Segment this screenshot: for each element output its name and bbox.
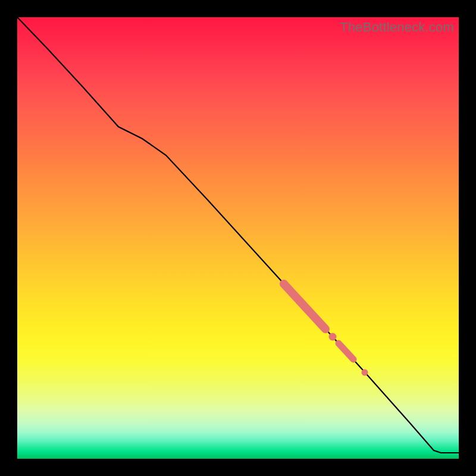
chart-overlay: [17, 17, 459, 459]
marker-segment: [339, 343, 353, 359]
curve-line: [17, 17, 459, 453]
chart-frame: TheBottleneck.com: [0, 0, 476, 476]
marker-dot: [362, 369, 368, 376]
markers-group: [284, 284, 368, 376]
marker-dot: [329, 333, 337, 341]
marker-segment: [284, 284, 325, 329]
plot-area: TheBottleneck.com: [17, 17, 459, 459]
